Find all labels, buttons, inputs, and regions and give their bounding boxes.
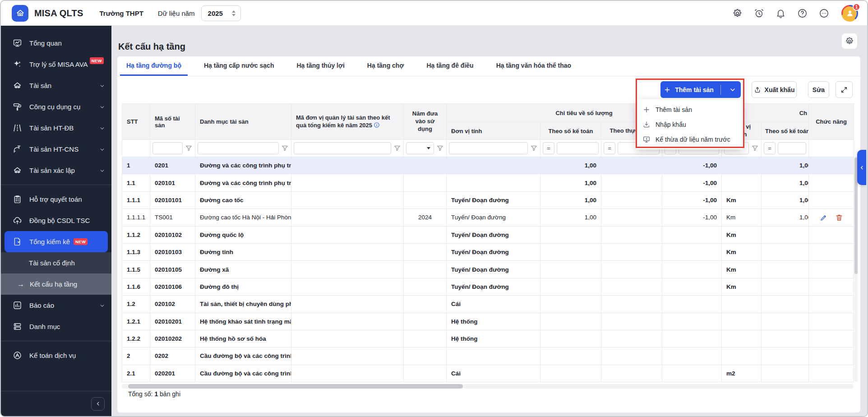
sidebar-subitem[interactable]: Tài sản cố định xyxy=(1,252,111,273)
cell-unit2: m2 xyxy=(722,365,762,382)
table-row[interactable]: 1.2.102010201Hệ thống khảo sát tình trạn… xyxy=(122,313,854,330)
notifications-icon[interactable] xyxy=(776,8,786,19)
active-arrow-icon: → xyxy=(17,280,24,288)
sidebar-item[interactable]: Công cụ dụng cụ xyxy=(1,96,111,117)
chevron-left-icon xyxy=(859,165,864,170)
table-row[interactable]: 10201Đường và các công trình phụ trợ gắn… xyxy=(122,157,854,174)
settings-icon[interactable] xyxy=(732,8,743,19)
delete-row-icon[interactable] xyxy=(835,213,843,222)
panel-collapse-handle[interactable] xyxy=(857,150,866,185)
edit-row-icon[interactable] xyxy=(820,213,828,222)
menu-item[interactable]: Nhập khẩu xyxy=(636,117,743,132)
help-icon[interactable] xyxy=(797,8,808,19)
sidebar-item[interactable]: Tài sản HT-ĐB xyxy=(1,117,111,139)
clipboard-icon xyxy=(13,195,22,204)
chevron-down-icon xyxy=(99,146,105,152)
table-row[interactable]: 1.1.602010106Đường đô thịTuyến/ Đoạn đườ… xyxy=(122,278,854,296)
avatar[interactable]: 1 xyxy=(841,5,858,22)
filter-asset-code-input[interactable] xyxy=(152,142,183,154)
sidebar-item[interactable]: Danh mục xyxy=(1,316,111,337)
more-icon[interactable] xyxy=(819,8,829,19)
filter-icon[interactable] xyxy=(393,144,401,152)
cell-value_book: 1,00 xyxy=(762,157,809,174)
road-icon xyxy=(13,123,22,133)
sidebar-item[interactable]: Kế toán dịch vụ xyxy=(1,345,111,366)
tab-3[interactable]: Hạ tầng thủy lợi xyxy=(290,56,351,76)
filter-icon[interactable] xyxy=(185,144,193,152)
menu-item-label: Nhập khẩu xyxy=(656,121,686,128)
table-row[interactable]: 20202Cầu đường bộ và các công trình phụ … xyxy=(122,348,854,365)
sidebar-divider xyxy=(1,185,111,185)
cell-name: Đường và các công trình phụ trợ gắn ... xyxy=(195,174,291,191)
menu-item[interactable]: Kế thừa dữ liệu năm trước xyxy=(636,132,743,147)
cell-qty_book xyxy=(540,365,601,382)
cell-actions xyxy=(809,209,854,226)
sidebar-item[interactable]: Tổng kiểm kêNEW xyxy=(5,231,108,252)
export-button[interactable]: Xuất khẩu xyxy=(752,81,797,98)
filter-category-input[interactable] xyxy=(198,142,279,154)
tab-6[interactable]: Hạ tầng văn hóa thể thao xyxy=(490,56,577,76)
filter-icon[interactable] xyxy=(751,144,759,152)
filter-operator[interactable]: = xyxy=(764,142,776,154)
download-icon xyxy=(642,120,651,129)
sidebar-subitem[interactable]: →Kết cấu hạ tầng xyxy=(1,273,111,295)
add-asset-split-button[interactable]: Thêm tài sản xyxy=(660,81,741,98)
filter-icon[interactable] xyxy=(436,144,444,152)
filter-operator[interactable]: = xyxy=(543,142,554,154)
list-icon xyxy=(13,322,22,331)
horizontal-scrollbar-thumb[interactable] xyxy=(128,384,463,389)
table-row[interactable]: 1.1.202010102Đường quốc lộTuyến/ Đoạn đư… xyxy=(122,227,854,244)
filter-operator[interactable]: = xyxy=(604,142,615,154)
table-row[interactable]: 1.2.202010202Hệ thống hồ sơ số hóaHệ thố… xyxy=(122,330,854,348)
year-spinner[interactable] xyxy=(232,10,235,16)
filter-icon[interactable] xyxy=(530,144,538,152)
cell-qty_actual xyxy=(601,209,662,226)
add-asset-dropdown-toggle[interactable] xyxy=(725,81,741,98)
filter-icon[interactable] xyxy=(281,144,289,152)
cell-unit: Hệ thống xyxy=(447,313,540,330)
sidebar-collapse-button[interactable] xyxy=(91,397,105,411)
cell-code: 02010102 xyxy=(150,227,195,244)
table-row[interactable]: 1.1.302010103Đường tỉnhTuyến/ Đoạn đường… xyxy=(122,244,854,261)
fullscreen-button[interactable] xyxy=(836,81,853,98)
reminder-icon[interactable] xyxy=(754,8,764,19)
sidebar-item[interactable]: Trợ lý số MISA AVANEW xyxy=(1,54,111,75)
filter-year-select[interactable] xyxy=(406,142,434,154)
sidebar-item[interactable]: Báo cáo xyxy=(1,295,111,316)
doc-icon xyxy=(13,237,22,246)
filter-value-book-input[interactable] xyxy=(778,142,806,154)
table-row[interactable]: 1.1.1.1TS001Đường cao tốc Hà Nội - Hải P… xyxy=(122,209,854,226)
sidebar-item[interactable]: Đồng bộ CSDL TSC xyxy=(1,210,111,231)
tab-2[interactable]: Hạ tầng cấp nước sạch xyxy=(198,56,280,76)
sidebar-item[interactable]: Tài sản xyxy=(1,75,111,96)
table-row[interactable]: 1.1.102010101Đường cao tốcTuyến/ Đoạn đư… xyxy=(122,192,854,209)
menu-item[interactable]: Thêm tài sản xyxy=(636,102,743,117)
info-icon[interactable] xyxy=(374,122,380,128)
cell-name: Đường quốc lộ xyxy=(195,227,291,244)
sidebar-item[interactable]: Tài sản xác lập xyxy=(1,160,111,181)
sidebar-item[interactable]: Tổng quan xyxy=(1,32,111,54)
filter-unit-code xyxy=(291,140,404,157)
table-row[interactable]: 1.1.502010105Đường xãTuyến/ Đoạn đườngKm xyxy=(122,261,854,278)
cell-qty_book xyxy=(540,244,601,261)
filter-qty-book: = xyxy=(540,140,601,157)
cell-unit_code xyxy=(291,348,404,365)
edit-button[interactable]: Sửa xyxy=(808,81,829,98)
tab-4[interactable]: Hạ tầng chợ xyxy=(361,56,411,76)
tab-1[interactable]: Hạ tầng đường bộ xyxy=(120,56,188,76)
page-settings-button[interactable] xyxy=(842,33,857,49)
filter-unit-code-input[interactable] xyxy=(294,142,391,154)
filter-unit-input[interactable] xyxy=(449,142,528,154)
sidebar-item[interactable]: Tài sản HT-CNS xyxy=(1,139,111,160)
tab-5[interactable]: Hạ tầng đê điều xyxy=(420,56,480,76)
cell-actions xyxy=(809,157,854,174)
cell-diff xyxy=(662,313,722,330)
table-row[interactable]: 2.1020201Cầu đường bộ và các công trình … xyxy=(122,365,854,382)
year-selector[interactable]: 2025 xyxy=(201,5,241,21)
sidebar-item[interactable]: Hỗ trợ quyết toán xyxy=(1,189,111,210)
filter-qty-book-input[interactable] xyxy=(557,142,599,154)
cell-unit_code xyxy=(291,209,404,226)
table-row[interactable]: 1.2020102Tài sản, thiết bị chuyên dùng p… xyxy=(122,296,854,313)
cell-unit_code xyxy=(291,157,404,174)
table-row[interactable]: 1.1020101Đường và các công trình phụ trợ… xyxy=(122,174,854,191)
